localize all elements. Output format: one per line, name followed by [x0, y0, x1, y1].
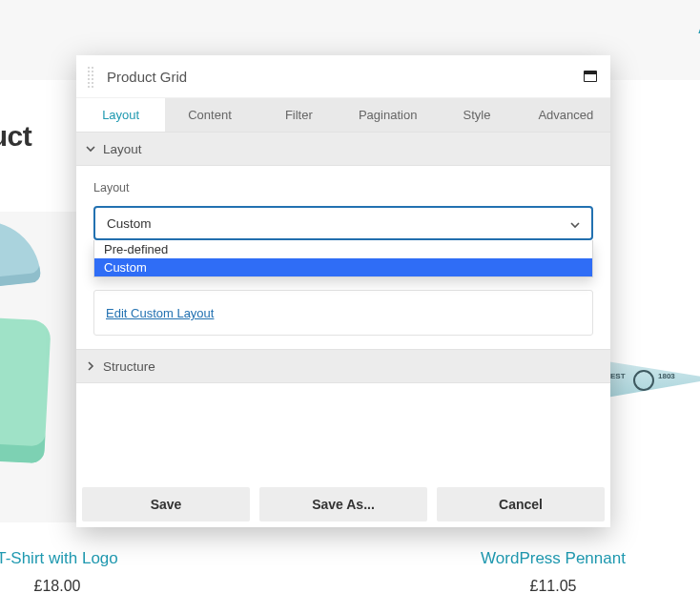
section-layout-header[interactable]: Layout: [76, 132, 610, 166]
chevron-down-icon: [86, 144, 95, 153]
modal-panel: Layout Layout Custom Pre-defined Custom …: [76, 132, 610, 527]
modal-tabs: Layout Content Filter Pagination Style A…: [76, 97, 610, 132]
layout-select-wrap: Custom Pre-defined Custom: [93, 206, 593, 240]
product-price: £18.00: [34, 578, 81, 593]
tab-content[interactable]: Content: [165, 98, 254, 132]
window-icon[interactable]: [584, 71, 597, 82]
modal-title: Product Grid: [107, 69, 574, 85]
section-layout-body: Layout Custom Pre-defined Custom Edit Cu…: [76, 166, 610, 336]
layout-extra-box: Edit Custom Layout: [93, 290, 593, 336]
tab-pagination[interactable]: Pagination: [343, 98, 432, 132]
product-title[interactable]: T-Shirt with Logo: [0, 549, 118, 568]
drag-handle-icon[interactable]: [84, 65, 97, 88]
edit-custom-layout-link[interactable]: Edit Custom Layout: [106, 306, 214, 320]
section-structure-header[interactable]: Structure: [76, 349, 610, 383]
modal-header[interactable]: Product Grid: [76, 55, 610, 97]
save-as-button[interactable]: Save As...: [259, 487, 427, 521]
beanie-illustration: [0, 215, 41, 294]
chevron-right-icon: [86, 361, 95, 371]
tab-filter[interactable]: Filter: [255, 98, 343, 132]
page-title-fragment: oduct: [0, 120, 31, 153]
section-layout-label: Layout: [103, 142, 142, 156]
tab-style[interactable]: Style: [432, 98, 521, 132]
layout-select-value: Custom: [107, 216, 152, 231]
pennant-illustration: EST 1803: [601, 360, 700, 399]
layout-select[interactable]: Custom: [93, 206, 593, 240]
tab-layout[interactable]: Layout: [76, 98, 165, 132]
cancel-button[interactable]: Cancel: [437, 487, 605, 521]
tab-advanced[interactable]: Advanced: [522, 98, 610, 132]
chevron-down-icon: [570, 218, 580, 228]
modal-footer: Save Save As... Cancel: [76, 487, 610, 527]
product-price: £11.05: [530, 578, 577, 593]
option-predefined[interactable]: Pre-defined: [94, 240, 592, 258]
product-title[interactable]: WordPress Pennant: [481, 549, 626, 568]
pennant-left-text: EST: [610, 372, 626, 380]
product-grid-modal: Product Grid Layout Content Filter Pagin…: [76, 55, 610, 527]
shirt-illustration: [0, 313, 51, 464]
option-custom[interactable]: Custom: [94, 258, 592, 276]
layout-select-options: Pre-defined Custom: [93, 240, 593, 277]
pennant-right-text: 1803: [658, 372, 675, 380]
layout-field-label: Layout: [93, 181, 593, 194]
section-structure-label: Structure: [103, 359, 155, 374]
save-button[interactable]: Save: [82, 487, 250, 521]
